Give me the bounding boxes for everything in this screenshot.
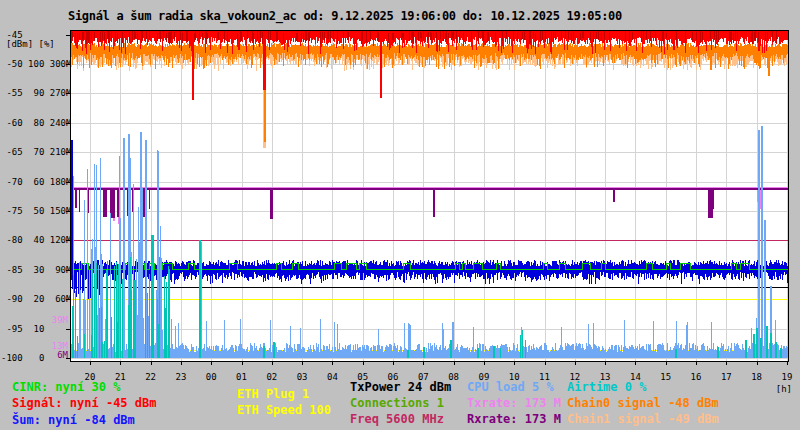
x-tick-label: 18	[742, 372, 772, 382]
v-gridline	[787, 30, 788, 362]
x-tick	[363, 362, 364, 365]
series-airtime-spikes	[766, 326, 768, 358]
legend-item: ETH Speed 100	[237, 404, 331, 417]
v-gridline	[302, 30, 303, 362]
v-gridline	[666, 30, 667, 362]
y-tick	[66, 64, 70, 65]
v-gridline	[423, 30, 424, 362]
x-tick	[726, 362, 727, 365]
series-txrate-dips	[760, 187, 761, 209]
v-gridline	[635, 30, 636, 362]
series-airtime-spikes	[775, 342, 777, 358]
series-airtime-spikes	[477, 348, 479, 358]
series-chain0-dips	[710, 48, 712, 70]
x-tick	[757, 362, 758, 365]
x-tick	[120, 362, 121, 365]
v-gridline	[211, 30, 212, 362]
y-tick-label: -65 70 210M	[1, 147, 71, 157]
series-cpu-spikes	[140, 132, 142, 358]
rate-min-label: 39M	[0, 315, 68, 325]
series-rxrate-dips	[149, 188, 150, 209]
series-airtime-spikes	[407, 350, 409, 358]
legend-item: Chain1 signal -49 dBm	[567, 413, 719, 426]
h-gridline	[70, 152, 789, 153]
v-gridline	[181, 30, 182, 362]
rrd-graph-page: Signál a šum radia ska_vokoun2_ac od: 9.…	[0, 0, 800, 430]
x-tick-label: 03	[287, 372, 317, 382]
legend-item: Rxrate: 173 M	[467, 413, 561, 426]
legend-item: Freq 5600 MHz	[350, 413, 444, 426]
series-airtime-spikes	[675, 349, 677, 358]
graph-title: Signál a šum radia ska_vokoun2_ac od: 9.…	[68, 9, 622, 23]
v-gridline	[575, 30, 576, 362]
x-tick	[302, 362, 303, 365]
legend-item: Connections 1	[350, 397, 444, 410]
v-gridline	[454, 30, 455, 362]
y-tick-label: -70 60 180M	[1, 177, 71, 187]
x-tick-label: 22	[136, 372, 166, 382]
series-txrate-line	[70, 187, 789, 188]
y-axis-unit-label: [dBm] [%]	[6, 39, 55, 49]
x-tick	[454, 362, 455, 365]
h-gridline	[70, 123, 789, 124]
x-tick	[181, 362, 182, 365]
series-cpu-spikes	[764, 220, 766, 358]
series-rxrate-dips	[713, 188, 714, 209]
series-rxrate-dips	[270, 188, 273, 219]
series-airtime-spikes	[263, 346, 265, 358]
y-tick-label: -50 100 300M	[1, 59, 71, 69]
h-gridline	[70, 358, 789, 359]
legend-item: Txrate: 173 M	[467, 397, 561, 410]
signal-noise-chart	[64, 28, 795, 368]
series-airtime-spikes	[500, 348, 501, 358]
legend-item: Airtime 0 %	[567, 381, 646, 394]
series-eth-speed-line	[70, 299, 789, 300]
v-gridline	[242, 30, 243, 362]
series-rxrate-dips	[75, 188, 77, 208]
legend-item: Chain0 signal -48 dBm	[567, 397, 719, 410]
x-tick	[545, 362, 546, 365]
h-gridline	[70, 329, 789, 330]
x-tick	[635, 362, 636, 365]
series-airtime-spikes	[273, 342, 275, 358]
y-tick-label: -90 20 60M	[1, 294, 71, 304]
x-tick-label: 17	[711, 372, 741, 382]
x-tick	[332, 362, 333, 365]
h-gridline	[70, 211, 789, 212]
series-rxrate-dips	[79, 188, 80, 212]
y-tick	[66, 299, 70, 300]
x-tick-label: 02	[257, 372, 287, 382]
series-rxrate-line	[70, 188, 789, 190]
x-tick-label: 01	[227, 372, 257, 382]
y-tick	[66, 270, 70, 271]
v-gridline	[363, 30, 364, 362]
rate-min-label: 6M	[0, 350, 68, 360]
series-cpu-spikes	[123, 138, 125, 358]
y-tick-label: -85 30 90M	[1, 265, 71, 275]
v-gridline	[393, 30, 394, 362]
series-airtime-spikes	[520, 335, 521, 358]
series-cpu-spikes	[452, 322, 454, 358]
v-gridline	[484, 30, 485, 362]
series-airtime-spikes	[106, 270, 108, 358]
series-airtime-spikes	[753, 334, 755, 358]
series-airtime-spikes	[151, 235, 154, 358]
series-txpower-line	[70, 287, 789, 288]
series-airtime-spikes	[525, 340, 526, 358]
legend-item: Signál: nyní -45 dBm	[12, 397, 157, 410]
legend-item: CINR: nyní 30 %	[12, 381, 120, 394]
y-tick	[66, 358, 70, 359]
legend-item: CPU load 5 %	[467, 381, 554, 394]
x-tick	[514, 362, 515, 365]
series-airtime-spikes	[717, 347, 719, 358]
series-airtime-spikes	[423, 347, 425, 358]
y-tick-label: -95 10	[1, 324, 44, 334]
v-gridline	[726, 30, 727, 362]
y-tick	[66, 123, 70, 124]
x-axis-unit-label: [h]	[762, 384, 792, 394]
x-tick-label: 04	[317, 372, 347, 382]
x-tick-label: 00	[196, 372, 226, 382]
h-gridline	[70, 182, 789, 183]
plot-background	[70, 30, 789, 362]
series-cpu-spikes	[758, 130, 760, 358]
